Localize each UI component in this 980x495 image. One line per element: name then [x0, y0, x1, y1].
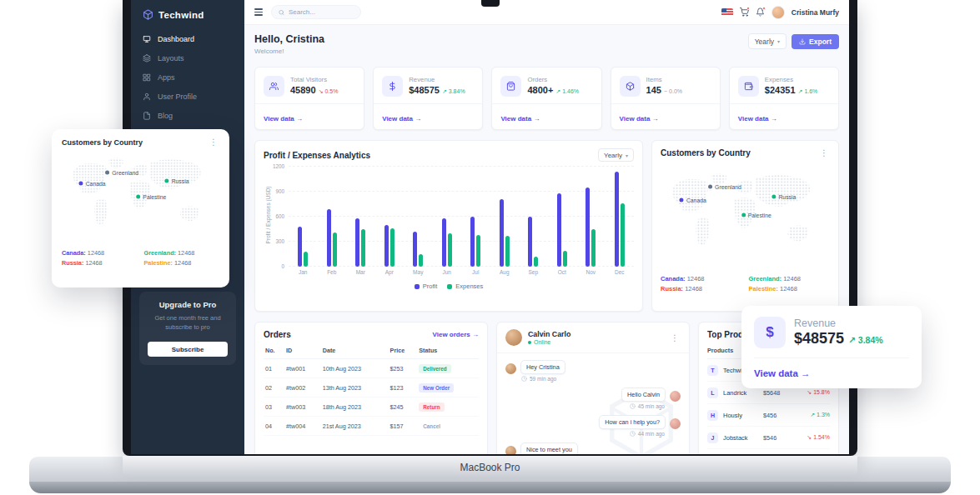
map-marker-russia[interactable]: Russia — [165, 178, 189, 183]
sidebar-item-layouts[interactable]: Layouts — [131, 48, 244, 68]
stat-label: Expenses — [765, 76, 818, 83]
sidebar-item-apps[interactable]: Apps — [131, 68, 244, 87]
product-price: $456 — [763, 412, 792, 419]
revenue-label: Revenue — [794, 318, 883, 329]
expenses-bar[interactable] — [304, 252, 308, 267]
more-options-icon[interactable]: ⋮ — [818, 148, 830, 158]
export-button[interactable]: Export — [792, 34, 839, 49]
laptop-screen: Techwind Dashboard Layouts Apps User Pro… — [131, 0, 849, 454]
search-box[interactable] — [271, 5, 361, 19]
map-marker-russia[interactable]: Russia — [771, 193, 796, 199]
layers-icon — [143, 54, 151, 62]
view-data-link[interactable]: View data → — [382, 115, 421, 122]
map-marker-palestine[interactable]: Palestine — [136, 194, 166, 200]
profit-bar[interactable] — [327, 209, 331, 267]
bar-group-oct: Oct — [548, 167, 577, 275]
subscribe-button[interactable]: Subscribe — [148, 342, 228, 357]
product-row-jobstack[interactable]: J Jobstack $546 ↘ 1.54% — [707, 427, 830, 449]
view-data-link[interactable]: View data → — [738, 115, 777, 122]
search-input[interactable] — [289, 8, 354, 16]
expenses-bar[interactable] — [621, 203, 625, 267]
world-map: CanadaGreenlandRussiaPalestine — [661, 161, 830, 269]
stat-label: Orders — [527, 76, 579, 83]
stat-value: 145 ~ 0.0% — [646, 85, 682, 95]
chart-period-select[interactable]: Yearly▾ — [598, 148, 634, 162]
order-row-02[interactable]: 02 #tw002 13th Aug 2023 $123 New Order — [264, 378, 479, 398]
profit-bar[interactable] — [470, 217, 475, 267]
country-name: Canada: — [62, 249, 86, 257]
y-tick-label: 1200 — [273, 163, 284, 169]
map-marker-greenland[interactable]: Greenland — [105, 169, 138, 175]
customers-card: Customers by Country ⋮ CanadaGreenlandRu… — [651, 140, 839, 312]
country-name: Russia: — [62, 259, 83, 267]
expenses-bar[interactable] — [591, 229, 596, 267]
profit-bar[interactable] — [585, 188, 590, 267]
expenses-bar[interactable] — [563, 251, 567, 267]
marker-label: Greenland — [112, 169, 138, 175]
sidebar-item-label: Dashboard — [158, 35, 194, 43]
order-row-01[interactable]: 01 #tw001 10th Aug 2023 $253 Delivered — [264, 359, 479, 378]
bell-icon[interactable] — [756, 8, 765, 17]
expenses-bar[interactable] — [390, 228, 395, 267]
profit-bar[interactable] — [615, 172, 619, 267]
chat-options-icon[interactable]: ⋮ — [669, 333, 681, 342]
cart-icon[interactable] — [740, 8, 749, 17]
marker-dot-icon — [165, 178, 169, 182]
expenses-bar[interactable] — [534, 257, 538, 267]
user-avatar[interactable] — [771, 6, 785, 19]
user-name[interactable]: Cristina Murfy — [792, 8, 839, 17]
chat-message-text: Hello Calvin — [621, 388, 666, 402]
wallet-icon — [738, 76, 759, 97]
notification-badge — [762, 7, 766, 10]
profit-bar[interactable] — [413, 232, 417, 267]
view-data-link[interactable]: View data → — [500, 115, 540, 122]
stat-label: Revenue — [409, 76, 465, 83]
view-data-link[interactable]: View data → — [754, 368, 811, 378]
customers-title: Customers by Country — [661, 148, 751, 158]
expenses-bar[interactable] — [505, 236, 510, 267]
profit-bar[interactable] — [528, 217, 532, 267]
view-orders-link[interactable]: View orders → — [433, 331, 479, 338]
view-data-link[interactable]: View data → — [620, 115, 659, 122]
device-label: MacBook Pro — [460, 462, 520, 473]
map-marker-greenland[interactable]: Greenland — [708, 184, 741, 190]
map-marker-canada[interactable]: Canada — [79, 181, 106, 187]
menu-toggle-button[interactable] — [254, 8, 263, 15]
brand-logo[interactable]: Techwind — [131, 0, 244, 29]
expenses-bar[interactable] — [361, 229, 365, 267]
profit-bar[interactable] — [298, 227, 302, 267]
legend-item-profit: Profit — [415, 282, 438, 290]
country-stat-russia: Russia: 12468 — [62, 259, 138, 267]
sidebar-item-user-profile[interactable]: User Profile — [131, 87, 244, 106]
sidebar-item-blog[interactable]: Blog — [131, 106, 244, 125]
profit-bar[interactable] — [355, 218, 359, 267]
topbar-actions: Cristina Murfy — [721, 6, 839, 19]
profit-bar[interactable] — [500, 199, 504, 267]
map-marker-palestine[interactable]: Palestine — [741, 212, 771, 218]
product-row-hously[interactable]: H Hously $456 ↗ 1.3% — [707, 404, 830, 427]
expenses-bar[interactable] — [448, 233, 452, 267]
y-tick-label: 0 — [281, 263, 284, 269]
chat-message-row: Hello Calvin — [505, 388, 681, 402]
us-flag-icon[interactable] — [721, 8, 733, 17]
profit-bar[interactable] — [384, 225, 389, 267]
laptop-base-bottom — [29, 482, 951, 493]
order-status-badge: Delivered — [419, 364, 450, 373]
view-data-link[interactable]: View data → — [264, 115, 303, 122]
floating-customers-options-icon[interactable]: ⋮ — [208, 138, 219, 147]
profit-bar[interactable] — [557, 193, 561, 267]
sidebar-item-dashboard[interactable]: Dashboard — [131, 29, 244, 48]
expenses-bar[interactable] — [476, 235, 480, 267]
country-stat-canada: Canada: 12468 — [661, 275, 742, 282]
map-marker-canada[interactable]: Canada — [680, 197, 706, 202]
country-stat-palestine: Palestine: 12468 — [749, 285, 831, 292]
chat-card: Calvin Carlo Online ⋮ Hey Cristin — [496, 322, 690, 454]
expenses-bar[interactable] — [333, 232, 337, 267]
expenses-bar[interactable] — [419, 254, 423, 267]
order-row-04[interactable]: 04 #tw004 21st Aug 2023 $157 Cancel — [264, 417, 479, 436]
order-row-03[interactable]: 03 #tw003 18th Aug 2023 $245 Return — [264, 398, 479, 417]
period-select[interactable]: Yearly▾ — [748, 33, 787, 49]
profit-bar[interactable] — [442, 218, 446, 267]
stats-row: Total Visitors 45890 ↘ 0.5% View data → … — [254, 67, 839, 130]
bar-groups: Jan Feb Mar Apr May Jun Jul Aug Sep Oct … — [289, 167, 634, 275]
